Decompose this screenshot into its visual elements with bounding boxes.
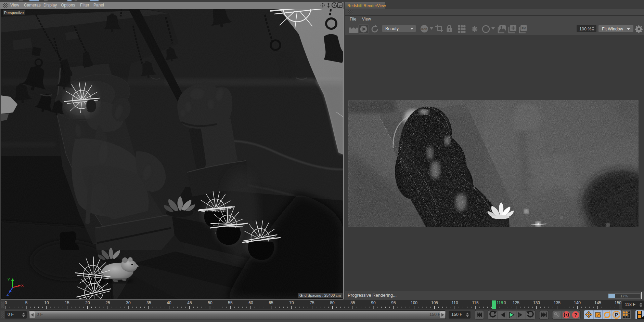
svg-text:RGB: RGB — [421, 28, 427, 31]
svg-text:110: 110 — [451, 300, 458, 305]
svg-text:115: 115 — [472, 300, 478, 305]
svg-text:Z: Z — [7, 292, 9, 296]
svg-text:85: 85 — [350, 300, 355, 305]
svg-text:145: 145 — [594, 300, 601, 305]
svg-text:30: 30 — [126, 300, 131, 305]
svg-text:Beauty: Beauty — [385, 26, 399, 31]
svg-text:Fit Window: Fit Window — [602, 27, 623, 31]
svg-text:95: 95 — [391, 300, 396, 305]
svg-text:130: 130 — [533, 300, 540, 305]
svg-text:X: X — [21, 283, 24, 287]
svg-text:118: 118 — [497, 300, 503, 305]
svg-text:100: 100 — [411, 300, 417, 305]
svg-text:80: 80 — [330, 300, 335, 305]
svg-text:65: 65 — [269, 300, 273, 305]
svg-text:70: 70 — [289, 300, 294, 305]
svg-text:100 %: 100 % — [579, 27, 591, 31]
svg-text:0: 0 — [5, 300, 7, 305]
svg-text:60: 60 — [248, 300, 253, 305]
svg-text:20: 20 — [85, 300, 90, 305]
svg-text:15: 15 — [65, 300, 69, 305]
svg-text:PV: PV — [521, 26, 526, 30]
svg-text:55: 55 — [228, 300, 233, 305]
svg-text:P: P — [615, 312, 618, 318]
svg-text:125: 125 — [513, 300, 519, 305]
svg-text:75: 75 — [310, 300, 314, 305]
svg-text:0: 0 — [504, 300, 506, 305]
svg-text:5: 5 — [25, 300, 28, 305]
svg-text:35: 35 — [146, 300, 151, 305]
svg-text:90: 90 — [371, 300, 376, 305]
svg-text:150: 150 — [615, 300, 621, 305]
svg-text:25: 25 — [105, 300, 110, 305]
svg-text:140: 140 — [574, 300, 581, 305]
svg-text:10: 10 — [44, 300, 49, 305]
svg-text:50: 50 — [208, 300, 212, 305]
svg-text:40: 40 — [167, 300, 171, 305]
svg-text:?: ? — [574, 312, 577, 318]
svg-text:135: 135 — [554, 300, 561, 305]
svg-text:Y: Y — [8, 278, 10, 282]
svg-text:105: 105 — [431, 300, 438, 305]
svg-text:45: 45 — [187, 300, 192, 305]
